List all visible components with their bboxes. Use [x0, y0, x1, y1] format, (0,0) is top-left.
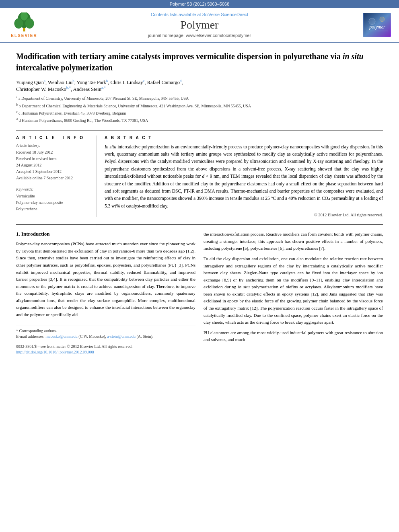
journal-name: Polymer	[40, 18, 359, 31]
elsevier-logo: ELSEVIER	[8, 12, 40, 38]
intro-paragraph-2: the interaction/exfoliation process. Rea…	[204, 231, 383, 252]
intro-paragraph-1: Polymer-clay nanocomposites (PCNs) have …	[16, 240, 195, 318]
copyright: © 2012 Elsevier Ltd. All rights reserved…	[105, 213, 383, 217]
keyword-3: Polyurethane	[16, 206, 90, 212]
abstract-text: In situ intercalative polymerization is …	[105, 143, 383, 210]
polymer-cover-image: polymer	[364, 13, 390, 37]
svg-point-8	[369, 18, 375, 25]
journal-homepage: journal homepage: www.elsevier.com/locat…	[40, 33, 359, 38]
body-text-section: 1. Introduction Polymer-clay nanocomposi…	[16, 224, 383, 355]
body-col-left: 1. Introduction Polymer-clay nanocomposi…	[16, 231, 195, 355]
polymer-logo-box: polymer	[363, 13, 391, 37]
doi-link[interactable]: http://dx.doi.org/10.1016/j.polymer.2012…	[16, 350, 94, 354]
received-revised-date: 24 August 2012	[16, 162, 90, 168]
sciverse-link: Contents lists available at SciVerse Sci…	[40, 12, 359, 17]
page: Polymer 53 (2012) 5060–5068 ELSEVIER Con…	[0, 0, 399, 532]
article-title: Modification with tertiary amine catalys…	[16, 51, 383, 73]
intro-paragraph-4: PU elastomers are among the most widely-…	[204, 329, 383, 343]
article-content: Modification with tertiary amine catalys…	[0, 43, 399, 364]
journal-reference: Polymer 53 (2012) 5060–5068	[170, 2, 230, 6]
journal-center: Contents lists available at SciVerse Sci…	[40, 12, 359, 38]
article-info-label: A R T I C L E I N F O	[16, 136, 90, 140]
svg-point-3	[25, 18, 34, 28]
corresponding-authors-note: * Corresponding authors.	[16, 329, 195, 333]
authors-line: Yuqiang Qiana, Wenhao Liub, Yong Tae Par…	[16, 79, 383, 92]
keyword-2: Polymer-clay nanocomposite	[16, 199, 90, 206]
svg-text:polymer: polymer	[369, 24, 385, 30]
article-history-label: Article history:	[16, 143, 90, 148]
sciverse-link-text[interactable]: SciVerse ScienceDirect	[202, 12, 248, 17]
keyword-1: Vermiculite	[16, 193, 90, 199]
received-date: Received 18 July 2012	[16, 149, 90, 156]
available-date: Available online 7 September 2012	[16, 175, 90, 181]
article-info-col: A R T I C L E I N F O Article history: R…	[16, 136, 97, 218]
homepage-url[interactable]: www.elsevier.com/locate/polymer	[186, 33, 251, 38]
elsevier-label: ELSEVIER	[11, 33, 37, 38]
received-revised-label: Received in revised form	[16, 156, 90, 162]
abstract-label: A B S T R A C T	[105, 136, 383, 140]
email-1[interactable]: macosko@umn.edu	[45, 334, 77, 339]
svg-point-9	[380, 17, 385, 22]
doi-line: http://dx.doi.org/10.1016/j.polymer.2012…	[16, 350, 195, 354]
intro-paragraph-3: To aid the clay dispersion and exfoliati…	[204, 255, 383, 326]
journal-header: ELSEVIER Contents lists available at Sci…	[0, 8, 399, 43]
polymer-logo-right: polymer	[359, 13, 391, 37]
keywords-label: Keywords:	[16, 187, 90, 191]
svg-point-2	[14, 18, 23, 28]
abstract-col: A B S T R A C T In situ intercalative po…	[105, 136, 383, 218]
email-2[interactable]: a-stein@umn.edu	[107, 334, 136, 339]
article-info-abstract-section: A R T I C L E I N F O Article history: R…	[16, 130, 383, 218]
issn-line: 0032-3861/$ – see front matter © 2012 El…	[16, 344, 195, 349]
email-addresses: E-mail addresses: macosko@umn.edu (C.W. …	[16, 334, 195, 339]
introduction-heading: 1. Introduction	[16, 231, 195, 237]
journal-reference-bar: Polymer 53 (2012) 5060–5068	[0, 0, 399, 8]
keywords-section: Keywords: Vermiculite Polymer-clay nanoc…	[16, 187, 90, 212]
body-col-right: the interaction/exfoliation process. Rea…	[204, 231, 383, 355]
accepted-date: Accepted 1 September 2012	[16, 168, 90, 175]
affiliations: a a Department of Chemistry, University …	[16, 95, 383, 123]
footnotes: * Corresponding authors. E-mail addresse…	[16, 325, 195, 354]
elsevier-tree-icon	[12, 12, 36, 33]
